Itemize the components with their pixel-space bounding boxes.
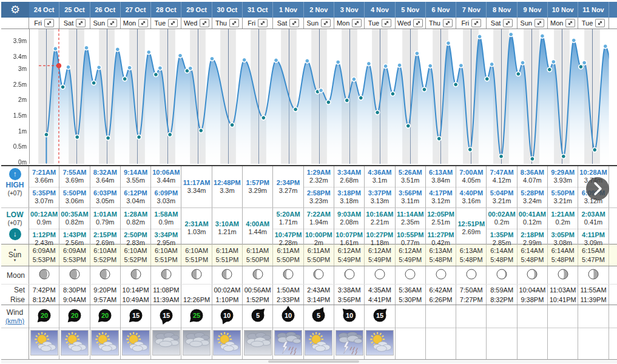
tide-time: 3:56PM	[396, 189, 425, 197]
expand-day-icon[interactable]	[413, 19, 423, 27]
horizontal-scrollbar-thumb[interactable]	[268, 360, 359, 363]
expand-day-icon[interactable]	[352, 19, 362, 27]
wind-cell: 25	[181, 305, 212, 328]
weather-partly-icon	[91, 330, 119, 358]
tide-time: 5:20AM	[273, 211, 303, 218]
day-label: Wed	[397, 19, 411, 27]
moon-phase-cell	[243, 266, 273, 284]
tide-height: 3.29m	[243, 187, 272, 195]
tide-chart-canvas[interactable]	[1, 29, 617, 166]
sunset-time: 5:51PM	[212, 255, 242, 265]
tide-time: 7:55AM	[59, 169, 89, 177]
horizontal-scrollbar[interactable]	[1, 360, 617, 363]
sunset-time: 5:48PM	[518, 255, 547, 265]
weather-cell	[273, 328, 303, 359]
day-cell: Sat	[487, 18, 517, 29]
tide-time: 3:18PM	[334, 189, 364, 197]
weather-cell	[548, 328, 578, 359]
tide-time: 7:00AM	[456, 169, 486, 177]
low-tide-cell: 5:20AM1.71m10:47PM2.28m	[273, 208, 303, 248]
tide-height: 2.08m	[334, 218, 364, 226]
sunset-time: 5:49PM	[396, 255, 425, 265]
tide-height: 0.2m	[548, 218, 578, 226]
moon-rise-time: 3:14PM	[304, 295, 334, 305]
sunrise-time: 6:14AM	[548, 246, 578, 255]
tide-event: 5:35PM3.07m	[29, 187, 59, 206]
tide-time: 10:16AM	[365, 211, 394, 218]
expand-day-icon[interactable]	[595, 19, 605, 27]
expand-day-icon[interactable]	[229, 19, 239, 27]
weather-cell	[518, 328, 548, 359]
weather-cell	[243, 328, 273, 359]
moon-set-time: 2:43AM	[304, 285, 334, 295]
moon-phase-cell	[273, 266, 303, 284]
weekday-row-spacer	[1, 18, 29, 29]
date-header: 10 Nov	[548, 2, 578, 18]
expand-day-icon[interactable]	[565, 19, 575, 27]
expand-day-icon[interactable]	[138, 19, 148, 27]
tide-height: 3.3m	[212, 187, 242, 195]
moon-phase-icon	[496, 269, 507, 282]
wind-speed-direction-icon: 25	[186, 305, 207, 328]
high-label: HIGH	[6, 181, 24, 189]
low-tide-cell: 1:21AM0.2m3:05PM3.08m	[548, 208, 578, 248]
date-header: 11 Nov	[578, 2, 609, 18]
expand-day-icon[interactable]	[258, 19, 268, 27]
date-header: 7 Nov	[456, 2, 487, 18]
settings-button[interactable]: ⚙	[1, 2, 29, 18]
svg-text:15: 15	[132, 312, 139, 319]
sunset-time: 5:48PM	[426, 255, 456, 265]
expand-day-icon[interactable]	[443, 19, 453, 27]
expand-day-icon[interactable]	[503, 19, 513, 27]
sunset-time: 5:51PM	[151, 255, 181, 265]
tide-height: 3.23m	[304, 197, 334, 205]
expand-day-icon[interactable]	[321, 19, 331, 27]
sun-row: ▲ Sun ▼ 6:09AM5:53PM6:09AM5:53PM6:10AM5:…	[1, 244, 617, 266]
tide-event: 1:58AM0.9m	[151, 210, 181, 227]
expand-day-icon[interactable]	[289, 19, 299, 27]
day-cell: Fri	[29, 18, 59, 29]
sun-times-cell: 6:14AM5:48PM	[548, 244, 578, 266]
low-tide-cell: 2:31AM1.03m	[181, 208, 212, 248]
expand-day-icon[interactable]	[534, 19, 544, 27]
low-tide-row-label: LOW (+07) ↓	[1, 208, 29, 248]
moon-set-time: 8:59AM	[487, 285, 517, 295]
wind-cell	[456, 305, 487, 328]
day-cell: Thu	[212, 18, 243, 29]
day-cell: Mon	[548, 18, 578, 29]
chevron-right-icon	[586, 177, 609, 200]
moon-rise-row: Rise 8:12AM9:04AM9:57AM10:49AM11:39AM12:…	[1, 295, 617, 305]
next-days-button[interactable]	[586, 177, 609, 200]
moon-set-time: 11:55AM	[578, 285, 609, 295]
expand-day-icon[interactable]	[168, 19, 178, 27]
tide-event: 2:58PM3.23m	[304, 187, 334, 206]
sunset-time: 5:51PM	[181, 255, 211, 265]
tide-time: 10:28AM	[578, 169, 608, 177]
svg-text:15: 15	[376, 312, 383, 319]
svg-text:5: 5	[256, 312, 260, 319]
expand-day-icon[interactable]	[44, 19, 54, 27]
moon-rise-row-label: Rise	[1, 295, 29, 305]
expand-day-icon[interactable]	[76, 19, 86, 27]
sun-times-cell: 6:14AM5:48PM	[487, 244, 517, 266]
day-label: Sat	[491, 19, 501, 27]
expand-day-icon[interactable]	[471, 19, 481, 27]
expand-day-icon[interactable]	[200, 19, 209, 27]
sunset-time: 5:53PM	[29, 255, 59, 265]
moon-set-time: 11:08PM	[151, 285, 181, 295]
moon-rise-time: 9:57AM	[90, 295, 121, 305]
tide-time: 6:13AM	[426, 169, 456, 177]
tide-time: 3:37PM	[365, 189, 394, 197]
sunrise-time: 6:10AM	[121, 246, 150, 255]
wind-cell: 15	[121, 305, 151, 328]
moon-rise-time: 11:39PM	[578, 295, 609, 305]
expand-day-icon[interactable]	[382, 19, 391, 27]
sun-row-label[interactable]: ▲ Sun ▼	[1, 244, 29, 266]
tide-event: 12:51PM2.69m	[456, 220, 486, 237]
wind-unit-link[interactable]: (km/h)	[5, 317, 24, 325]
day-cell: Sat	[59, 18, 90, 29]
sunset-time: 5:48PM	[548, 255, 578, 265]
weather-overcast-icon	[183, 330, 211, 358]
tide-time: 10:07PM	[334, 231, 364, 239]
expand-day-icon[interactable]	[107, 19, 117, 27]
